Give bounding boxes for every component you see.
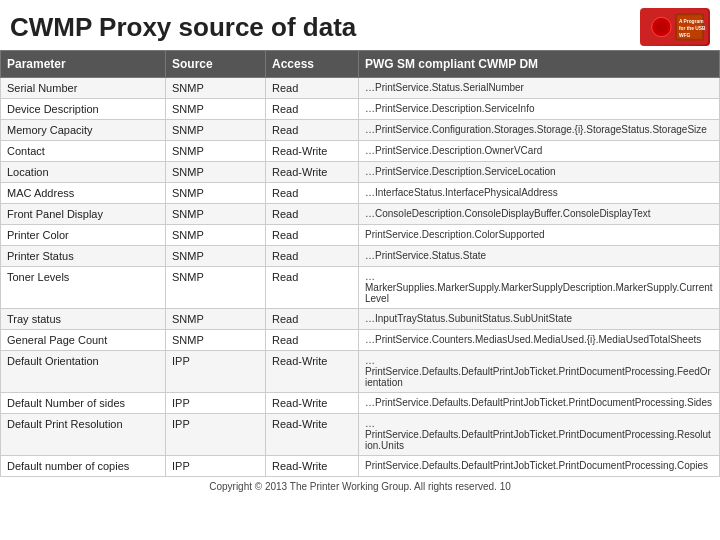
cell-parameter: Serial Number — [1, 78, 166, 99]
cell-parameter: MAC Address — [1, 183, 166, 204]
table-row: Front Panel DisplaySNMPRead…ConsoleDescr… — [1, 204, 720, 225]
cell-parameter: Default Print Resolution — [1, 414, 166, 456]
cell-access: Read — [266, 267, 359, 309]
cell-pwg: …PrintService.Description.ServiceInfo — [359, 99, 720, 120]
table-row: Default Number of sidesIPPRead-Write…Pri… — [1, 393, 720, 414]
cell-pwg: …PrintService.Configuration.Storages.Sto… — [359, 120, 720, 141]
cell-access: Read-Write — [266, 456, 359, 477]
table-row: Default OrientationIPPRead-Write…PrintSe… — [1, 351, 720, 393]
cell-source: SNMP — [166, 204, 266, 225]
cell-access: Read-Write — [266, 141, 359, 162]
cell-parameter: Printer Color — [1, 225, 166, 246]
cell-pwg: …PrintService.Description.ServiceLocatio… — [359, 162, 720, 183]
cell-source: SNMP — [166, 183, 266, 204]
cell-access: Read — [266, 99, 359, 120]
col-header-parameter: Parameter — [1, 51, 166, 78]
data-table: Parameter Source Access PWG SM compliant… — [0, 50, 720, 477]
cell-parameter: Default Orientation — [1, 351, 166, 393]
cell-source: SNMP — [166, 225, 266, 246]
cell-source: SNMP — [166, 309, 266, 330]
footer: Copyright © 2013 The Printer Working Gro… — [0, 477, 720, 496]
cell-source: SNMP — [166, 141, 266, 162]
cell-parameter: Contact — [1, 141, 166, 162]
cell-pwg: …PrintService.Status.SerialNumber — [359, 78, 720, 99]
table-row: Default Print ResolutionIPPRead-Write…Pr… — [1, 414, 720, 456]
logo: A Program for the USB WFG — [640, 8, 710, 46]
table-row: Tray statusSNMPRead…InputTrayStatus.Subu… — [1, 309, 720, 330]
cell-parameter: General Page Count — [1, 330, 166, 351]
svg-text:WFG: WFG — [679, 33, 691, 38]
cell-access: Read — [266, 246, 359, 267]
svg-text:A Program: A Program — [679, 19, 704, 24]
table-row: General Page CountSNMPRead…PrintService.… — [1, 330, 720, 351]
cell-access: Read-Write — [266, 351, 359, 393]
cell-access: Read — [266, 204, 359, 225]
table-row: MAC AddressSNMPRead…InterfaceStatus.Inte… — [1, 183, 720, 204]
cell-access: Read — [266, 78, 359, 99]
cell-parameter: Printer Status — [1, 246, 166, 267]
cell-access: Read — [266, 225, 359, 246]
cell-access: Read — [266, 183, 359, 204]
cell-parameter: Memory Capacity — [1, 120, 166, 141]
footer-text: Copyright © 2013 The Printer Working Gro… — [209, 481, 511, 492]
cell-access: Read-Write — [266, 162, 359, 183]
table-row: LocationSNMPRead-Write…PrintService.Desc… — [1, 162, 720, 183]
cell-source: SNMP — [166, 99, 266, 120]
cell-source: IPP — [166, 456, 266, 477]
cell-pwg: PrintService.Defaults.DefaultPrintJobTic… — [359, 456, 720, 477]
cell-source: SNMP — [166, 267, 266, 309]
cell-pwg: …PrintService.Status.State — [359, 246, 720, 267]
cell-parameter: Tray status — [1, 309, 166, 330]
cell-access: Read — [266, 309, 359, 330]
cell-access: Read — [266, 120, 359, 141]
cell-parameter: Device Description — [1, 99, 166, 120]
col-header-access: Access — [266, 51, 359, 78]
cell-parameter: Default Number of sides — [1, 393, 166, 414]
cell-pwg: …InterfaceStatus.InterfacePhysicalAddres… — [359, 183, 720, 204]
table-row: Serial NumberSNMPRead…PrintService.Statu… — [1, 78, 720, 99]
table-row: Printer StatusSNMPRead…PrintService.Stat… — [1, 246, 720, 267]
col-header-source: Source — [166, 51, 266, 78]
cell-parameter: Location — [1, 162, 166, 183]
logo-area: A Program for the USB WFG — [640, 8, 710, 46]
cell-pwg: …PrintService.Defaults.DefaultPrintJobTi… — [359, 414, 720, 456]
table-row: ContactSNMPRead-Write…PrintService.Descr… — [1, 141, 720, 162]
cell-pwg: …InputTrayStatus.SubunitStatus.SubUnitSt… — [359, 309, 720, 330]
cell-access: Read-Write — [266, 414, 359, 456]
cell-source: SNMP — [166, 78, 266, 99]
table-row: Default number of copiesIPPRead-WritePri… — [1, 456, 720, 477]
table-row: Toner LevelsSNMPRead…MarkerSupplies.Mark… — [1, 267, 720, 309]
page-title: CWMP Proxy source of data — [10, 12, 356, 43]
cell-source: IPP — [166, 393, 266, 414]
cell-pwg: PrintService.Description.ColorSupported — [359, 225, 720, 246]
col-header-pwg: PWG SM compliant CWMP DM — [359, 51, 720, 78]
svg-point-2 — [656, 21, 668, 33]
table-row: Printer ColorSNMPReadPrintService.Descri… — [1, 225, 720, 246]
table-row: Device DescriptionSNMPRead…PrintService.… — [1, 99, 720, 120]
cell-parameter: Toner Levels — [1, 267, 166, 309]
cell-access: Read-Write — [266, 393, 359, 414]
header: CWMP Proxy source of data A Program for … — [0, 0, 720, 50]
cell-source: SNMP — [166, 120, 266, 141]
cell-source: SNMP — [166, 162, 266, 183]
cell-pwg: …MarkerSupplies.MarkerSupply.MarkerSuppl… — [359, 267, 720, 309]
svg-text:for the USB: for the USB — [679, 26, 706, 31]
cell-source: IPP — [166, 351, 266, 393]
table-row: Memory CapacitySNMPRead…PrintService.Con… — [1, 120, 720, 141]
cell-pwg: …ConsoleDescription.ConsoleDisplayBuffer… — [359, 204, 720, 225]
cell-source: SNMP — [166, 246, 266, 267]
cell-pwg: …PrintService.Defaults.DefaultPrintJobTi… — [359, 393, 720, 414]
cell-pwg: …PrintService.Defaults.DefaultPrintJobTi… — [359, 351, 720, 393]
cell-source: SNMP — [166, 330, 266, 351]
table-header-row: Parameter Source Access PWG SM compliant… — [1, 51, 720, 78]
cell-pwg: …PrintService.Description.OwnerVCard — [359, 141, 720, 162]
cell-pwg: …PrintService.Counters.MediasUsed.MediaU… — [359, 330, 720, 351]
cell-source: IPP — [166, 414, 266, 456]
cell-parameter: Front Panel Display — [1, 204, 166, 225]
cell-access: Read — [266, 330, 359, 351]
cell-parameter: Default number of copies — [1, 456, 166, 477]
